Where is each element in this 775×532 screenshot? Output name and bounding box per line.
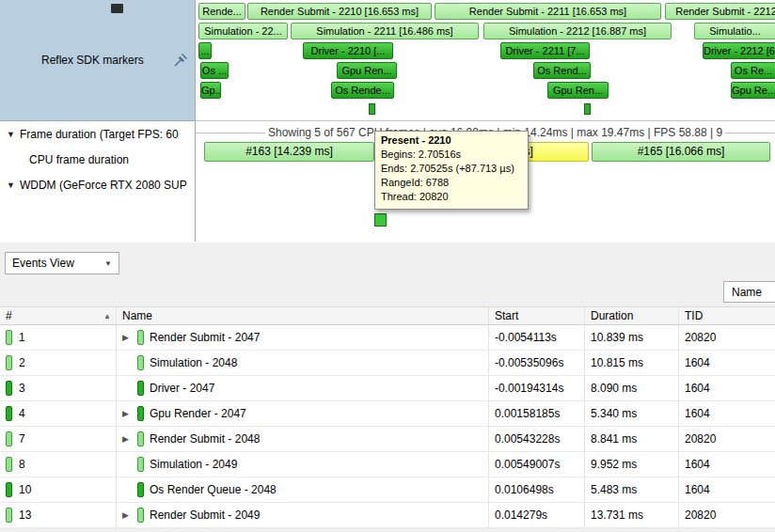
timeline-bar[interactable]: Os Re... bbox=[731, 62, 775, 79]
event-tid: 1604 bbox=[679, 376, 775, 400]
tooltip-line: Thread: 20820 bbox=[381, 190, 522, 204]
table-row[interactable]: 1▶Render Submit - 2047-0.0054113s10.839 … bbox=[0, 325, 775, 351]
timeline-bar[interactable]: Gpu Re... bbox=[731, 82, 775, 99]
timeline-left-panel: Reflex SDK markers ▼Frame duration (Targ… bbox=[0, 0, 196, 242]
table-row[interactable]: 13▶Render Submit - 20490.014279s13.731 m… bbox=[0, 503, 775, 528]
column-header-start[interactable]: Start bbox=[489, 307, 585, 324]
cell-name: ▶Render Submit - 2048 bbox=[117, 427, 489, 451]
timeline-bar[interactable]: Os ... bbox=[200, 62, 229, 79]
timeline-bar[interactable]: Os Rend... bbox=[533, 62, 591, 79]
event-color-icon bbox=[137, 330, 144, 345]
event-duration: 10.839 ms bbox=[585, 325, 679, 350]
event-tid: 20820 bbox=[679, 503, 775, 527]
timeline-bar[interactable]: Render Submit - 2212 bbox=[665, 3, 775, 20]
event-start: 0.00549007s bbox=[489, 452, 585, 477]
timeline-bar[interactable]: ... bbox=[198, 42, 212, 59]
row-expand-icon[interactable]: ▶ bbox=[122, 510, 135, 520]
column-header-tid[interactable]: TID bbox=[679, 307, 775, 324]
event-tid: 20820 bbox=[679, 427, 775, 451]
cell-name: ▶Render Submit - 2047 bbox=[117, 325, 489, 350]
timeline-bar[interactable]: Simulation - 2212 [16.887 ms] bbox=[483, 23, 672, 39]
event-color-icon bbox=[137, 508, 144, 523]
column-header-num[interactable]: # ▲ bbox=[0, 307, 117, 324]
present-marker[interactable] bbox=[374, 213, 387, 227]
tooltip-body: Begins: 2.70516sEnds: 2.70525s (+87.713 … bbox=[381, 148, 522, 204]
name-filter-button[interactable]: Name bbox=[723, 281, 775, 303]
tree-expander-icon[interactable]: ▼ bbox=[7, 130, 15, 139]
column-header-num-label: # bbox=[6, 309, 12, 322]
event-color-icon bbox=[137, 406, 144, 421]
timeline-bar[interactable]: Render Submit - 2210 [16.653 ms] bbox=[247, 3, 432, 20]
event-name: Simulation - 2049 bbox=[150, 458, 237, 471]
event-name: Render Submit - 2048 bbox=[150, 432, 260, 446]
row-number: 8 bbox=[19, 458, 25, 471]
timeline-bar[interactable]: Simulatio... bbox=[694, 23, 775, 39]
table-row[interactable]: 10Os Render Queue - 20480.0106498s5.483 … bbox=[0, 477, 775, 503]
event-color-icon bbox=[137, 457, 144, 472]
event-tid: 1604 bbox=[679, 401, 775, 426]
timeline-bar[interactable]: Os Rende... bbox=[331, 82, 394, 99]
tree-item[interactable]: ▼Frame duration (Target FPS: 60 bbox=[0, 121, 195, 147]
timeline-tree: ▼Frame duration (Target FPS: 60CPU frame… bbox=[0, 121, 195, 197]
events-view-dropdown[interactable]: Events View ▼ bbox=[5, 252, 119, 274]
cell-name: ▶Render Submit - 2049 bbox=[117, 503, 489, 527]
events-view-label: Events View bbox=[12, 257, 74, 270]
table-row[interactable]: 2Simulation - 2048-0.00535096s10.815 ms1… bbox=[0, 351, 775, 376]
frame-bar[interactable]: #163 [14.239 ms] bbox=[204, 142, 374, 162]
timeline-bar[interactable]: Rende... bbox=[198, 3, 245, 20]
event-start: -0.00194314s bbox=[489, 376, 585, 400]
events-pane: Events View ▼ Name # ▲ Name Start Durati… bbox=[0, 243, 775, 532]
cell-num: 7 bbox=[0, 427, 117, 451]
cell-num: 13 bbox=[0, 503, 117, 527]
column-header-name[interactable]: Name bbox=[117, 307, 489, 324]
column-header-duration[interactable]: Duration bbox=[585, 307, 679, 324]
timeline-bar[interactable]: Gp... bbox=[200, 82, 221, 99]
sort-ascending-icon[interactable]: ▲ bbox=[103, 312, 111, 321]
column-header-duration-label: Duration bbox=[591, 309, 633, 322]
row-number: 7 bbox=[19, 432, 25, 446]
timeline-bar[interactable]: Simulation - 22... bbox=[198, 23, 288, 39]
present-tick-icon[interactable] bbox=[584, 103, 591, 115]
timeline-bar[interactable]: Driver - 2211 [7... bbox=[500, 42, 590, 59]
event-color-icon bbox=[137, 355, 144, 370]
tree-expander-icon[interactable]: ▼ bbox=[7, 180, 15, 190]
row-expand-icon[interactable]: ▶ bbox=[122, 409, 135, 418]
tree-item[interactable]: CPU frame duration bbox=[0, 147, 195, 172]
timeline-bar[interactable]: Driver - 2210 [... bbox=[303, 42, 393, 59]
frame-bar[interactable]: #165 [16.066 ms] bbox=[592, 142, 770, 162]
table-row[interactable]: 4▶Gpu Render - 20470.00158185s5.340 ms16… bbox=[0, 401, 775, 427]
event-color-icon bbox=[6, 431, 12, 446]
event-color-icon bbox=[6, 482, 12, 497]
track-separator bbox=[196, 120, 775, 121]
event-duration: 5.340 ms bbox=[585, 401, 679, 426]
row-expand-icon[interactable]: ▶ bbox=[122, 434, 135, 444]
row-number: 2 bbox=[19, 356, 25, 369]
table-row[interactable]: 3Driver - 2047-0.00194314s8.090 ms1604 bbox=[0, 376, 775, 401]
chevron-down-icon: ▼ bbox=[104, 259, 112, 268]
present-tick-icon[interactable] bbox=[369, 103, 375, 115]
event-duration: 10.815 ms bbox=[585, 351, 679, 375]
tooltip-title: Present - 2210 bbox=[381, 134, 522, 146]
timeline-bar[interactable]: Gpu Ren... bbox=[337, 62, 397, 79]
event-name: Render Submit - 2049 bbox=[150, 509, 260, 522]
timeline-view: Reflex SDK markers ▼Frame duration (Targ… bbox=[0, 0, 775, 242]
timeline-bar[interactable]: Simulation - 2211 [16.486 ms] bbox=[291, 23, 479, 39]
event-duration: 9.952 ms bbox=[585, 452, 679, 477]
event-color-icon bbox=[137, 431, 144, 446]
row-number: 1 bbox=[19, 331, 25, 344]
table-row[interactable]: 8Simulation - 20490.00549007s9.952 ms160… bbox=[0, 452, 775, 477]
cell-num: 1 bbox=[0, 325, 117, 350]
tree-item[interactable]: ▼WDDM (GeForce RTX 2080 SUP bbox=[0, 172, 195, 197]
pin-icon[interactable] bbox=[174, 53, 188, 67]
timeline-bar[interactable]: Driver - 2212 [6... bbox=[703, 42, 775, 59]
table-body: 1▶Render Submit - 2047-0.0054113s10.839 … bbox=[0, 325, 775, 528]
event-duration: 8.841 ms bbox=[585, 427, 679, 451]
timeline-row-reflex-sdk-markers[interactable]: Reflex SDK markers bbox=[0, 0, 195, 121]
event-name: Render Submit - 2047 bbox=[150, 331, 260, 344]
timeline-bar[interactable]: Gpu Ren... bbox=[547, 82, 609, 99]
tooltip: Present - 2210 Begins: 2.70516sEnds: 2.7… bbox=[374, 131, 529, 210]
timeline-bar[interactable]: Render Submit - 2211 [16.653 ms] bbox=[435, 3, 661, 20]
row-expand-icon[interactable]: ▶ bbox=[122, 333, 135, 342]
tooltip-line: RangeId: 6788 bbox=[381, 176, 522, 190]
table-row[interactable]: 7▶Render Submit - 20480.00543228s8.841 m… bbox=[0, 427, 775, 452]
